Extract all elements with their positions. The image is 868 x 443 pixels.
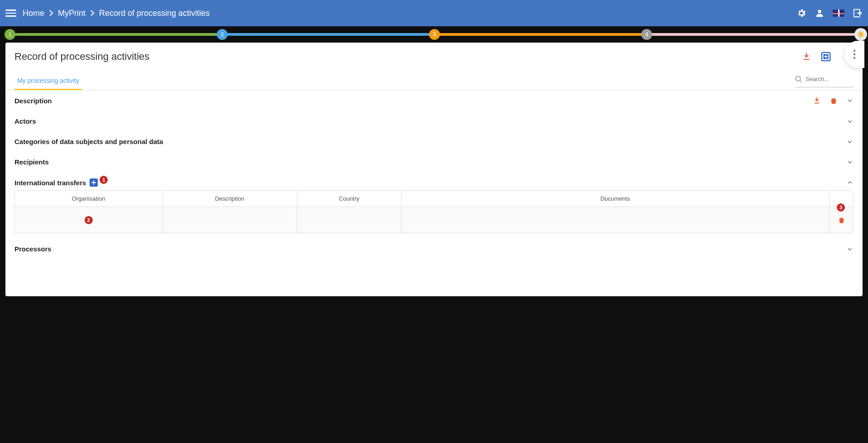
section-label: International transfers (14, 179, 86, 187)
trash-icon[interactable] (830, 96, 837, 105)
language-flag-uk[interactable] (833, 8, 844, 18)
svg-rect-5 (804, 59, 809, 60)
add-box-icon[interactable] (821, 52, 831, 62)
progress-stepper: 1 2 3 4 (0, 26, 868, 43)
chevron-down-icon[interactable] (846, 138, 854, 145)
chevron-right-icon (90, 10, 95, 16)
tab-my-processing-activity[interactable]: My processing activity (14, 72, 82, 90)
logout-icon[interactable] (853, 8, 863, 18)
col-organisation: Organisation (15, 191, 162, 207)
table-row[interactable]: 2 3 (15, 207, 853, 233)
breadcrumb-myprint[interactable]: MyPrint (58, 9, 86, 18)
top-bar: Home MyPrint Record of processing activi… (0, 0, 868, 26)
step-1[interactable]: 1 (5, 29, 15, 40)
user-icon[interactable] (815, 8, 825, 18)
topbar-actions (796, 8, 863, 18)
svg-point-8 (796, 76, 801, 81)
step-3[interactable]: 3 (429, 29, 440, 40)
col-country: Country (297, 191, 401, 207)
section-label: Categories of data subjects and personal… (14, 138, 163, 145)
gear-icon[interactable] (796, 8, 806, 18)
section-international-transfers[interactable]: International transfers 1 (5, 172, 863, 190)
delete-row-icon[interactable] (838, 216, 845, 224)
section-label: Processors (14, 245, 52, 253)
step-segment-4 (651, 33, 854, 36)
chevron-down-icon[interactable] (846, 159, 854, 166)
chevron-down-icon[interactable] (846, 97, 854, 104)
chevron-right-icon (49, 10, 53, 16)
section-label: Actors (14, 117, 36, 125)
card-header: Record of processing activities (5, 43, 863, 66)
page-title: Record of processing activities (14, 51, 149, 63)
breadcrumb-record[interactable]: Record of processing activities (99, 9, 210, 18)
step-segment-2 (227, 33, 430, 36)
section-label: Recipients (14, 158, 49, 166)
breadcrumb: Home MyPrint Record of processing activi… (23, 9, 210, 18)
sections: Description Actors (5, 90, 863, 268)
add-transfer-button[interactable] (90, 178, 98, 187)
svg-point-2 (854, 50, 855, 52)
step-segment-1 (14, 33, 218, 36)
transfers-table: Organisation Description Country Documen… (14, 190, 854, 233)
step-segment-3 (439, 33, 642, 36)
section-recipients[interactable]: Recipients (5, 152, 863, 172)
step-4[interactable]: 4 (641, 29, 652, 40)
step-2[interactable]: 2 (217, 29, 228, 40)
annotation-badge-2: 2 (85, 216, 93, 224)
svg-point-0 (818, 10, 821, 13)
step-end[interactable] (854, 28, 867, 41)
chevron-up-icon[interactable] (846, 179, 854, 186)
breadcrumb-home[interactable]: Home (23, 9, 44, 18)
svg-rect-9 (815, 103, 820, 104)
annotation-badge-1: 1 (100, 176, 108, 184)
annotation-badge-3: 3 (837, 203, 845, 212)
cell-actions: 3 (830, 207, 853, 233)
table-header: Organisation Description Country Documen… (15, 191, 853, 207)
section-actors[interactable]: Actors (5, 111, 863, 131)
cell-country[interactable] (297, 207, 401, 233)
menu-hamburger-icon[interactable] (5, 8, 16, 19)
chevron-down-icon[interactable] (846, 118, 854, 125)
cell-documents[interactable] (401, 207, 830, 233)
download-icon[interactable] (802, 52, 811, 61)
cell-organisation[interactable]: 2 (15, 207, 162, 233)
search-icon (795, 75, 803, 83)
section-label: Description (14, 97, 52, 105)
section-description[interactable]: Description (5, 90, 863, 111)
main-card: Record of processing activities My proce… (5, 43, 863, 296)
search-container (795, 75, 854, 87)
download-icon[interactable] (813, 96, 821, 105)
chevron-down-icon[interactable] (846, 246, 854, 253)
svg-point-3 (854, 53, 855, 55)
section-processors[interactable]: Processors (5, 239, 863, 259)
search-input[interactable] (806, 76, 846, 82)
section-categories[interactable]: Categories of data subjects and personal… (5, 131, 863, 152)
tabs-row: My processing activity (5, 72, 863, 90)
svg-point-4 (854, 57, 855, 59)
col-description: Description (162, 191, 297, 207)
cell-description[interactable] (162, 207, 297, 233)
col-documents: Documents (401, 191, 830, 207)
